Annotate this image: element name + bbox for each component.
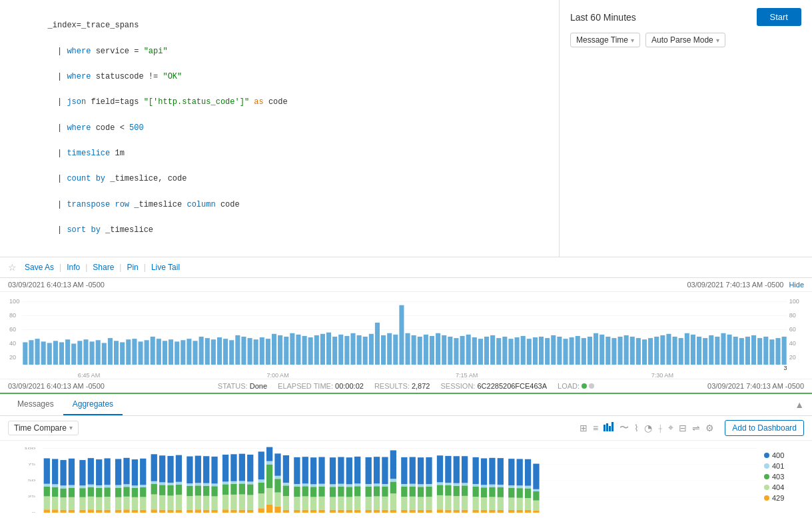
time-range-header: 03/09/2021 6:40:13 AM -0500 03/09/2021 7… — [0, 278, 812, 292]
chart-container: 100 75 50 25 0 — [8, 446, 764, 513]
grid-icon[interactable]: ⊟ — [679, 423, 687, 433]
collapse-button[interactable]: ▲ — [795, 399, 804, 410]
svg-rect-94 — [496, 338, 501, 365]
time-compare-button[interactable]: Time Compare ▾ — [8, 421, 79, 435]
svg-rect-200 — [115, 509, 121, 513]
svg-rect-265 — [230, 509, 236, 513]
svg-rect-359 — [390, 450, 396, 479]
svg-rect-264 — [222, 455, 228, 481]
svg-rect-342 — [366, 486, 372, 496]
svg-rect-58 — [278, 335, 282, 364]
svg-rect-400 — [473, 509, 479, 513]
svg-rect-68 — [338, 334, 343, 364]
svg-text:20: 20 — [9, 353, 16, 360]
info-button[interactable]: Info — [64, 261, 83, 273]
svg-rect-313 — [310, 484, 316, 487]
save-as-button[interactable]: Save As — [22, 261, 57, 273]
area-chart-icon[interactable]: ⌇ — [634, 423, 639, 433]
svg-rect-47 — [211, 339, 216, 365]
svg-text:60: 60 — [789, 325, 796, 332]
svg-rect-69 — [344, 336, 349, 365]
svg-rect-331 — [346, 497, 352, 509]
svg-rect-326 — [338, 496, 344, 509]
svg-rect-193 — [96, 485, 102, 488]
tab-messages[interactable]: Messages — [8, 394, 63, 415]
gear-icon[interactable]: ⚙ — [705, 423, 714, 433]
hide-button[interactable]: Hide — [789, 281, 804, 289]
svg-rect-39 — [163, 341, 167, 365]
svg-rect-164 — [44, 458, 50, 483]
svg-rect-214 — [132, 459, 138, 485]
pin-button[interactable]: Pin — [124, 261, 141, 273]
svg-rect-298 — [283, 483, 289, 485]
svg-rect-20 — [47, 343, 52, 365]
svg-rect-397 — [462, 485, 468, 496]
svg-rect-38 — [157, 339, 161, 365]
svg-rect-337 — [354, 486, 360, 496]
svg-rect-110 — [594, 333, 598, 364]
svg-rect-332 — [346, 487, 352, 497]
message-time-select[interactable]: Message Time ▾ — [570, 33, 640, 47]
svg-rect-371 — [418, 497, 424, 509]
svg-rect-169 — [52, 459, 58, 484]
svg-rect-85 — [442, 335, 446, 364]
svg-rect-187 — [88, 487, 94, 496]
svg-rect-129 — [709, 335, 713, 364]
svg-rect-30 — [108, 338, 113, 365]
live-tail-button[interactable]: Live Tail — [149, 261, 183, 273]
svg-rect-431 — [525, 498, 531, 510]
svg-rect-425 — [517, 509, 523, 513]
compare-icon[interactable]: ⇌ — [692, 423, 700, 433]
line-chart-icon[interactable]: 〜 — [619, 422, 629, 434]
auto-parse-select[interactable]: Auto Parse Mode ▾ — [645, 33, 725, 47]
svg-rect-42 — [181, 340, 185, 365]
query-text[interactable]: _index=_trace_spans | where service = "a… — [9, 7, 550, 250]
svg-rect-290 — [274, 506, 280, 513]
svg-rect-32 — [120, 342, 125, 365]
svg-rect-232 — [167, 485, 173, 496]
svg-rect-233 — [167, 483, 173, 485]
svg-rect-73 — [369, 333, 374, 364]
svg-rect-245 — [195, 509, 201, 513]
tab-aggregates[interactable]: Aggregates — [63, 394, 123, 415]
svg-rect-127 — [697, 337, 701, 365]
map-icon[interactable]: ⌖ — [668, 422, 673, 433]
axis-icon[interactable]: ⟊ — [657, 423, 663, 433]
svg-rect-411 — [489, 497, 495, 509]
svg-rect-125 — [685, 333, 689, 364]
pie-chart-icon[interactable]: ◔ — [644, 423, 652, 433]
svg-rect-77 — [393, 334, 398, 364]
svg-rect-291 — [274, 492, 280, 506]
svg-rect-100 — [533, 337, 538, 365]
svg-rect-179 — [69, 458, 75, 485]
svg-rect-216 — [140, 497, 146, 509]
svg-rect-186 — [88, 496, 94, 509]
svg-rect-149 — [611, 422, 613, 431]
status-bar: 03/09/2021 6:40:13 AM -0500 STATUS: Done… — [0, 379, 812, 394]
svg-rect-43 — [187, 339, 191, 365]
table-icon[interactable]: ⊞ — [580, 423, 588, 433]
svg-rect-134 — [739, 338, 744, 365]
start-button[interactable]: Start — [757, 8, 801, 26]
svg-rect-316 — [318, 496, 324, 509]
svg-text:75: 75 — [28, 463, 35, 465]
share-button[interactable]: Share — [90, 261, 117, 273]
svg-rect-293 — [274, 475, 280, 479]
svg-rect-48 — [217, 337, 222, 365]
add-to-dashboard-button[interactable]: Add to Dashboard — [725, 420, 804, 436]
svg-rect-132 — [727, 334, 732, 364]
svg-rect-282 — [258, 482, 264, 493]
svg-rect-429 — [517, 459, 523, 485]
svg-rect-374 — [418, 457, 424, 484]
bar-chart-icon[interactable] — [604, 422, 614, 433]
legend-dot-400 — [764, 453, 769, 458]
svg-rect-276 — [247, 495, 253, 509]
control-section: Last 60 Minutes Start Message Time ▾ Aut… — [559, 0, 812, 257]
svg-rect-320 — [330, 509, 336, 513]
filter-icon[interactable]: ≡ — [593, 423, 598, 433]
results-label: RESULTS: — [374, 382, 410, 390]
svg-rect-211 — [132, 497, 138, 509]
svg-rect-346 — [374, 496, 380, 509]
svg-rect-133 — [733, 337, 738, 365]
star-icon[interactable]: ☆ — [8, 262, 17, 273]
